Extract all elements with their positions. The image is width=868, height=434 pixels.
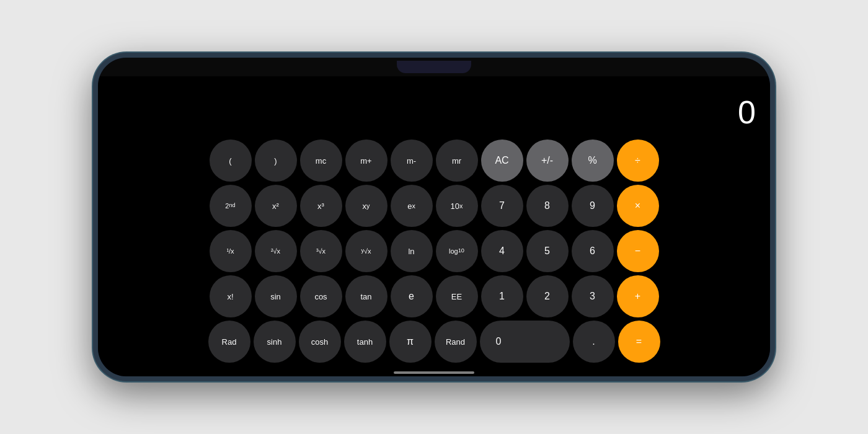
button-row-4: x! sin cos tan e EE 1 2 3 + — [105, 275, 763, 317]
sqrty-button[interactable]: y√x — [345, 230, 388, 272]
calculator: 0 ( ) mc m+ m- mr AC +/- % ÷ 2nd x² x³ x — [98, 76, 770, 368]
x-cubed-button[interactable]: x³ — [300, 185, 342, 227]
m-plus-button[interactable]: m+ — [345, 140, 388, 182]
log10-button[interactable]: log10 — [436, 230, 478, 272]
button-row-2: 2nd x² x³ xy ex 10x 7 8 9 × — [105, 185, 763, 227]
ten-to-x-button[interactable]: 10x — [436, 185, 478, 227]
percent-button[interactable]: % — [572, 140, 614, 182]
divide-button[interactable]: ÷ — [617, 140, 659, 182]
display-area: 0 — [98, 76, 770, 137]
button-row-3: ¹/x ²√x ³√x y√x ln log10 4 5 6 − — [105, 230, 763, 272]
plus-minus-button[interactable]: +/- — [526, 140, 569, 182]
seven-button[interactable]: 7 — [481, 185, 523, 227]
rand-button[interactable]: Rand — [435, 321, 477, 363]
equals-button[interactable]: = — [618, 321, 660, 363]
eight-button[interactable]: 8 — [526, 185, 569, 227]
sqrt2-button[interactable]: ²√x — [255, 230, 297, 272]
cos-button[interactable]: cos — [300, 275, 342, 317]
home-bar — [394, 371, 474, 374]
decimal-button[interactable]: . — [573, 321, 615, 363]
ee-button[interactable]: EE — [436, 275, 478, 317]
m-minus-button[interactable]: m- — [391, 140, 433, 182]
phone-frame: 0 ( ) mc m+ m- mr AC +/- % ÷ 2nd x² x³ x — [93, 53, 775, 381]
sin-button[interactable]: sin — [255, 275, 297, 317]
phone-top — [98, 58, 770, 76]
zero-button[interactable]: 0 — [480, 321, 570, 363]
factorial-button[interactable]: x! — [210, 275, 252, 317]
three-button[interactable]: 3 — [572, 275, 614, 317]
mc-button[interactable]: mc — [300, 140, 342, 182]
button-row-1: ( ) mc m+ m- mr AC +/- % ÷ — [105, 140, 763, 182]
ac-button[interactable]: AC — [481, 140, 523, 182]
two-button[interactable]: 2 — [526, 275, 569, 317]
pi-button[interactable]: π — [389, 321, 432, 363]
open-paren-button[interactable]: ( — [210, 140, 252, 182]
sqrt3-button[interactable]: ³√x — [300, 230, 342, 272]
x-to-y-button[interactable]: xy — [345, 185, 388, 227]
second-button[interactable]: 2nd — [210, 185, 252, 227]
tanh-button[interactable]: tanh — [344, 321, 386, 363]
six-button[interactable]: 6 — [572, 230, 614, 272]
cosh-button[interactable]: cosh — [299, 321, 341, 363]
buttons-area: ( ) mc m+ m- mr AC +/- % ÷ 2nd x² x³ xy … — [98, 137, 770, 368]
multiply-button[interactable]: × — [617, 185, 659, 227]
sinh-button[interactable]: sinh — [254, 321, 296, 363]
euler-button[interactable]: e — [391, 275, 433, 317]
button-row-5: Rad sinh cosh tanh π Rand 0 . = — [105, 321, 763, 363]
e-to-x-button[interactable]: ex — [391, 185, 433, 227]
one-over-x-button[interactable]: ¹/x — [210, 230, 252, 272]
x-squared-button[interactable]: x² — [255, 185, 297, 227]
mr-button[interactable]: mr — [436, 140, 478, 182]
five-button[interactable]: 5 — [526, 230, 569, 272]
four-button[interactable]: 4 — [481, 230, 523, 272]
tan-button[interactable]: tan — [345, 275, 388, 317]
ln-button[interactable]: ln — [391, 230, 433, 272]
nine-button[interactable]: 9 — [572, 185, 614, 227]
one-button[interactable]: 1 — [481, 275, 523, 317]
close-paren-button[interactable]: ) — [255, 140, 297, 182]
display-value: 0 — [738, 94, 755, 131]
subtract-button[interactable]: − — [617, 230, 659, 272]
home-indicator — [98, 368, 770, 376]
rad-button[interactable]: Rad — [208, 321, 250, 363]
add-button[interactable]: + — [617, 275, 659, 317]
notch — [397, 61, 471, 73]
